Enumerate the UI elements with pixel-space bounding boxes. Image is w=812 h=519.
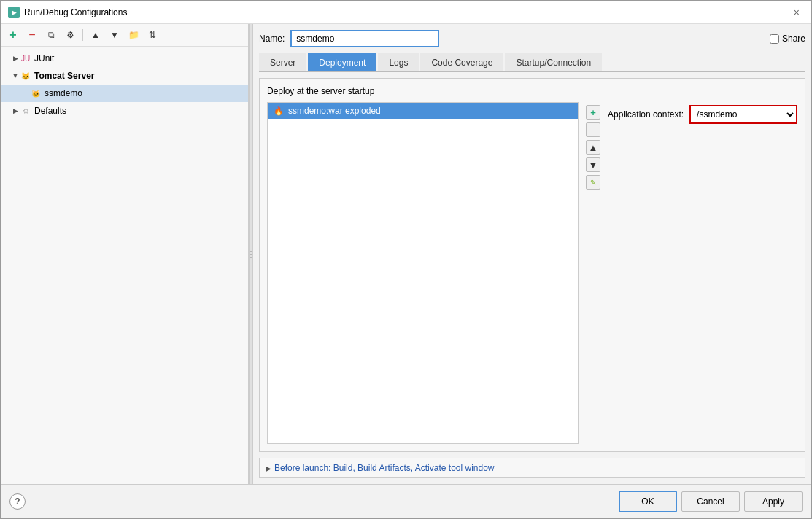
dialog-title: Run/Debug Configurations [24, 7, 127, 17]
edit-artifact-button[interactable]: ✎ [586, 175, 600, 190]
tab-content-deployment: Deploy at the server startup 🔥 ssmdemo:w… [259, 78, 805, 452]
config-tree: ▶ JU JUnit ▼ 🐱 Tomcat Server ▶ 🐱 ssmdemo [1, 47, 248, 484]
junit-toggle: ▶ [11, 54, 20, 63]
artifact-list: 🔥 ssmdemo:war exploded [267, 102, 579, 444]
edit-config-button[interactable]: ⚙ [62, 27, 78, 43]
folder-button[interactable]: 📁 [125, 27, 142, 43]
tab-startup[interactable]: Startup/Connection [505, 53, 602, 71]
resize-dots [250, 251, 252, 258]
artifact-item[interactable]: 🔥 ssmdemo:war exploded [268, 103, 578, 119]
name-row: Name: Share [259, 30, 805, 47]
remove-config-button[interactable]: − [24, 27, 40, 43]
app-context-row: Application context: /ssmdemo / /app [608, 105, 797, 124]
dialog-icon: ▶ [8, 7, 20, 18]
move-down-button[interactable]: ▼ [107, 27, 123, 43]
name-label: Name: [259, 34, 285, 44]
artifact-icon: 🔥 [274, 106, 284, 116]
app-context-select[interactable]: /ssmdemo / /app [691, 106, 796, 122]
share-label: Share [782, 34, 805, 44]
toolbar-separator [82, 29, 83, 41]
title-bar: ▶ Run/Debug Configurations × [1, 1, 811, 24]
main-content: + − ⧉ ⚙ ▲ ▼ 📁 ⇅ ▶ JU JUnit ▼ [1, 24, 811, 484]
tab-logs[interactable]: Logs [378, 53, 419, 71]
move-up-button[interactable]: ▲ [88, 27, 104, 43]
apply-button[interactable]: Apply [744, 491, 803, 512]
close-button[interactable]: × [789, 5, 804, 20]
tree-item-junit[interactable]: ▶ JU JUnit [1, 50, 248, 67]
tomcat-toggle: ▼ [11, 71, 20, 80]
name-input-wrapper [290, 30, 439, 47]
bottom-bar: ? OK Cancel Apply [1, 484, 811, 518]
title-bar-left: ▶ Run/Debug Configurations [8, 7, 127, 18]
tab-deployment[interactable]: Deployment [308, 53, 376, 71]
defaults-icon: ⚙ [20, 105, 31, 117]
right-panel: Name: Share Server Deployment Logs Code … [253, 24, 811, 484]
artifact-label: ssmdemo:war exploded [288, 106, 381, 116]
before-launch-arrow: ▶ [266, 464, 271, 472]
before-launch[interactable]: ▶ Before launch: Build, Build Artifacts,… [259, 458, 805, 478]
junit-icon: JU [20, 52, 31, 64]
tab-server[interactable]: Server [259, 53, 306, 71]
add-artifact-button[interactable]: + [586, 105, 600, 120]
artifact-section: 🔥 ssmdemo:war exploded [267, 102, 579, 444]
tree-item-tomcat[interactable]: ▼ 🐱 Tomcat Server [1, 67, 248, 85]
tomcat-label: Tomcat Server [34, 71, 94, 81]
tomcat-icon: 🐱 [20, 70, 31, 82]
name-input[interactable] [292, 31, 438, 46]
tree-item-defaults[interactable]: ▶ ⚙ Defaults [1, 102, 248, 120]
ssmdemo-label: ssmdemo [45, 88, 82, 98]
config-tabs: Server Deployment Logs Code Coverage Sta… [259, 53, 805, 72]
defaults-label: Defaults [34, 106, 66, 116]
defaults-toggle: ▶ [11, 106, 20, 115]
app-context-area: Application context: /ssmdemo / /app [608, 102, 797, 444]
resize-dot [250, 251, 252, 252]
before-launch-label: Before launch: Build, Build Artifacts, A… [274, 463, 495, 473]
tree-item-ssmdemo[interactable]: ▶ 🐱 ssmdemo [1, 85, 248, 102]
help-button[interactable]: ? [9, 493, 26, 510]
add-config-button[interactable]: + [5, 27, 21, 43]
run-debug-dialog: ▶ Run/Debug Configurations × + − ⧉ ⚙ ▲ ▼… [0, 0, 812, 519]
up-artifact-button[interactable]: ▲ [586, 140, 600, 155]
deployment-area: 🔥 ssmdemo:war exploded + − ▲ ▼ ✎ [267, 102, 797, 444]
resize-dot [250, 254, 252, 255]
share-row: Share [770, 34, 805, 44]
deploy-label: Deploy at the server startup [267, 86, 797, 96]
sort-button[interactable]: ⇅ [144, 27, 161, 43]
ok-button[interactable]: OK [619, 491, 677, 512]
list-toolbar: + − ▲ ▼ ✎ [584, 102, 602, 444]
remove-artifact-button[interactable]: − [586, 122, 600, 137]
copy-config-button[interactable]: ⧉ [43, 27, 59, 43]
cancel-button[interactable]: Cancel [681, 491, 740, 512]
config-toolbar: + − ⧉ ⚙ ▲ ▼ 📁 ⇅ [1, 24, 248, 47]
down-artifact-button[interactable]: ▼ [586, 157, 600, 172]
resize-dot [250, 257, 252, 258]
ssmdemo-icon: 🐱 [30, 87, 42, 99]
share-checkbox[interactable] [770, 34, 779, 44]
left-panel: + − ⧉ ⚙ ▲ ▼ 📁 ⇅ ▶ JU JUnit ▼ [1, 24, 249, 484]
app-context-select-wrapper: /ssmdemo / /app [689, 105, 797, 124]
tab-coverage[interactable]: Code Coverage [420, 53, 503, 71]
app-context-label: Application context: [608, 109, 684, 120]
junit-label: JUnit [34, 53, 54, 63]
